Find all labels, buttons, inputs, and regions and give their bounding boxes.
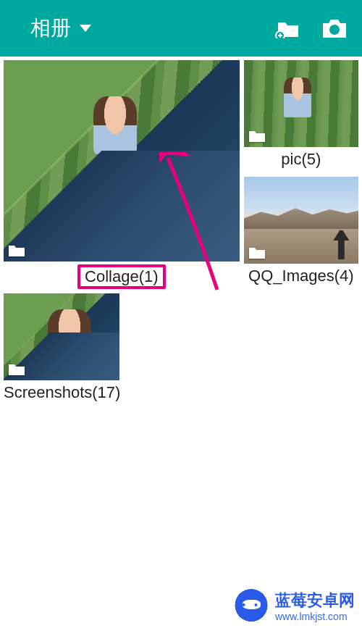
watermark-text: 蓝莓安卓网 www.lmkjst.com — [275, 591, 355, 622]
album-thumbnail — [244, 60, 358, 147]
folder-icon — [248, 128, 266, 143]
album-thumbnail — [244, 177, 358, 264]
header-title: 相册 — [30, 14, 71, 42]
watermark-mascot-icon — [233, 589, 269, 625]
app-header: 相册 — [0, 0, 362, 57]
watermark-url: www.lmkjst.com — [275, 611, 355, 623]
album-dropdown[interactable]: 相册 — [14, 14, 91, 42]
folder-icon — [8, 243, 25, 257]
album-grid: Collage(1) pic(5) QQ_Images(4) Screensho… — [0, 57, 362, 406]
folder-icon — [8, 361, 25, 376]
album-thumbnail — [4, 60, 240, 262]
camera-icon — [321, 17, 348, 39]
folder-icon — [248, 245, 266, 259]
album-collage[interactable]: Collage(1) — [4, 60, 240, 289]
album-label: Collage(1) — [77, 264, 166, 289]
watermark-overlay: 蓝莓安卓网 www.lmkjst.com — [226, 585, 362, 630]
album-thumbnail — [4, 293, 119, 380]
album-label: pic(5) — [281, 150, 321, 169]
camera-button[interactable] — [321, 17, 348, 39]
album-label: Screenshots(17) — [4, 383, 120, 402]
watermark-title: 蓝莓安卓网 — [275, 591, 355, 610]
svg-point-1 — [329, 25, 340, 35]
header-actions — [275, 17, 348, 39]
album-pic[interactable]: pic(5) — [244, 60, 358, 169]
folder-add-icon — [275, 18, 300, 38]
chevron-down-icon — [80, 25, 91, 32]
album-qq-images[interactable]: QQ_Images(4) — [244, 177, 358, 285]
album-label: QQ_Images(4) — [248, 267, 354, 285]
album-screenshots[interactable]: Screenshots(17) — [4, 293, 120, 402]
add-folder-button[interactable] — [275, 18, 300, 38]
